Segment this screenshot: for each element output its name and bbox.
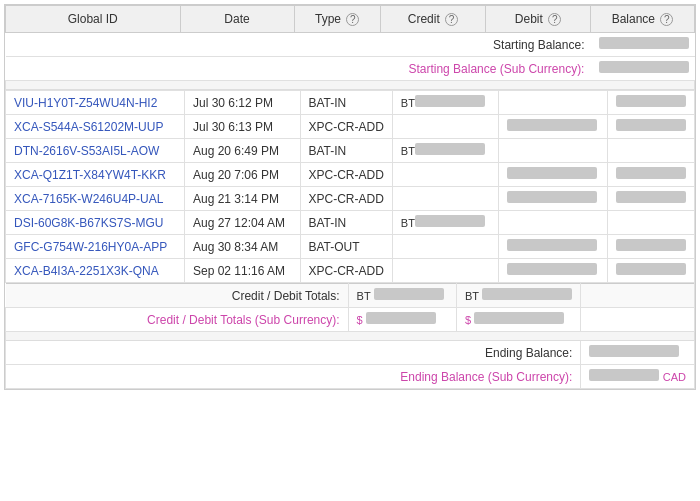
- debit-bar: [507, 263, 597, 275]
- cell-credit: [392, 115, 498, 139]
- balance-bar: [616, 167, 686, 179]
- ending-balance-value: [581, 341, 695, 365]
- globalid-link[interactable]: GFC-G754W-216HY0A-APP: [14, 240, 167, 254]
- cell-type: BAT-IN: [300, 139, 392, 163]
- header-row: Global ID Date Type ? Credit ? Debit ?: [6, 6, 695, 33]
- cell-date: Aug 20 6:49 PM: [184, 139, 300, 163]
- header-type: Type ?: [294, 6, 380, 33]
- starting-balance-label: Starting Balance:: [6, 33, 591, 57]
- cell-globalid[interactable]: VIU-H1Y0T-Z54WU4N-HI2: [6, 91, 185, 115]
- header-globalid: Global ID: [6, 6, 181, 33]
- data-rows-table: VIU-H1Y0T-Z54WU4N-HI2Jul 30 6:12 PMBAT-I…: [5, 90, 695, 283]
- cell-date: Aug 20 7:06 PM: [184, 163, 300, 187]
- starting-balance-sub-bar: [599, 61, 689, 73]
- main-table-container: Global ID Date Type ? Credit ? Debit ?: [4, 4, 696, 390]
- header-debit: Debit ?: [486, 6, 591, 33]
- cell-credit: [392, 235, 498, 259]
- cell-credit: [392, 259, 498, 283]
- cell-type: BAT-IN: [300, 211, 392, 235]
- cell-date: Sep 02 11:16 AM: [184, 259, 300, 283]
- globalid-link[interactable]: XCA-S544A-S61202M-UUP: [14, 120, 163, 134]
- globalid-link[interactable]: XCA-7165K-W246U4P-UAL: [14, 192, 163, 206]
- credit-debit-totals-sub-label: Credit / Debit Totals (Sub Currency):: [6, 308, 349, 332]
- credit-bar: [415, 143, 485, 155]
- cell-balance: [607, 163, 694, 187]
- globalid-link[interactable]: DSI-60G8K-B67KS7S-MGU: [14, 216, 163, 230]
- cell-globalid[interactable]: XCA-Q1Z1T-X84YW4T-KKR: [6, 163, 185, 187]
- debit-bar: [507, 239, 597, 251]
- globalid-link[interactable]: DTN-2616V-S53AI5L-AOW: [14, 144, 159, 158]
- cell-credit: BT: [392, 211, 498, 235]
- table-row: VIU-H1Y0T-Z54WU4N-HI2Jul 30 6:12 PMBAT-I…: [6, 91, 695, 115]
- cell-debit: [499, 187, 608, 211]
- ending-balance-sub-row: Ending Balance (Sub Currency): CAD: [6, 365, 695, 389]
- cell-globalid[interactable]: GFC-G754W-216HY0A-APP: [6, 235, 185, 259]
- globalid-link[interactable]: XCA-B4I3A-2251X3K-QNA: [14, 264, 159, 278]
- bt-prefix: BT: [401, 97, 415, 109]
- starting-balance-sub-value: [590, 57, 694, 81]
- totals-debit-bar: [482, 288, 572, 300]
- cell-globalid[interactable]: XCA-B4I3A-2251X3K-QNA: [6, 259, 185, 283]
- table-row: DSI-60G8K-B67KS7S-MGUAug 27 12:04 AMBAT-…: [6, 211, 695, 235]
- totals-credit-bar: [374, 288, 444, 300]
- credit-debit-totals-sub-balance: [581, 308, 695, 332]
- cell-debit: [499, 115, 608, 139]
- cell-globalid[interactable]: XCA-7165K-W246U4P-UAL: [6, 187, 185, 211]
- cell-globalid[interactable]: XCA-S544A-S61202M-UUP: [6, 115, 185, 139]
- cell-date: Aug 27 12:04 AM: [184, 211, 300, 235]
- cad-suffix: CAD: [663, 371, 686, 383]
- type-help-icon[interactable]: ?: [346, 13, 359, 26]
- debit-bar: [507, 191, 597, 203]
- ending-balance-label: Ending Balance:: [6, 341, 581, 365]
- table-row: XCA-B4I3A-2251X3K-QNASep 02 11:16 AMXPC-…: [6, 259, 695, 283]
- balance-bar: [616, 239, 686, 251]
- starting-balance-sub-row: Starting Balance (Sub Currency):: [6, 57, 695, 81]
- balance-help-icon[interactable]: ?: [660, 13, 673, 26]
- balance-bar: [616, 119, 686, 131]
- table-row: GFC-G754W-216HY0A-APPAug 30 8:34 AMBAT-O…: [6, 235, 695, 259]
- cell-globalid[interactable]: DTN-2616V-S53AI5L-AOW: [6, 139, 185, 163]
- cell-balance: [607, 187, 694, 211]
- cell-type: BAT-OUT: [300, 235, 392, 259]
- cell-balance: [607, 211, 694, 235]
- cell-credit: [392, 187, 498, 211]
- balance-bar: [616, 263, 686, 275]
- cell-balance: [607, 115, 694, 139]
- credit-bar: [415, 215, 485, 227]
- debit-bar: [507, 119, 597, 131]
- credit-help-icon[interactable]: ?: [445, 13, 458, 26]
- cell-type: BAT-IN: [300, 91, 392, 115]
- starting-balance-sub-label: Starting Balance (Sub Currency):: [6, 57, 591, 81]
- cell-balance: [607, 139, 694, 163]
- cell-balance: [607, 91, 694, 115]
- cell-type: XPC-CR-ADD: [300, 115, 392, 139]
- cell-debit: [499, 259, 608, 283]
- credit-debit-totals-balance: [581, 284, 695, 308]
- header-balance: Balance ?: [590, 6, 694, 33]
- ending-balance-sub-bar: [589, 369, 659, 381]
- cell-debit: [499, 235, 608, 259]
- bt-prefix: BT: [401, 217, 415, 229]
- separator-row-1: [6, 81, 695, 90]
- cell-debit: [499, 211, 608, 235]
- cell-date: Aug 30 8:34 AM: [184, 235, 300, 259]
- globalid-link[interactable]: XCA-Q1Z1T-X84YW4T-KKR: [14, 168, 166, 182]
- cell-balance: [607, 235, 694, 259]
- globalid-link[interactable]: VIU-H1Y0T-Z54WU4N-HI2: [14, 96, 157, 110]
- cell-date: Jul 30 6:13 PM: [184, 115, 300, 139]
- cell-type: XPC-CR-ADD: [300, 187, 392, 211]
- ending-balance-sub-label: Ending Balance (Sub Currency):: [6, 365, 581, 389]
- table-row: DTN-2616V-S53AI5L-AOWAug 20 6:49 PMBAT-I…: [6, 139, 695, 163]
- cell-globalid[interactable]: DSI-60G8K-B67KS7S-MGU: [6, 211, 185, 235]
- dollar-prefix-credit: $: [357, 314, 363, 326]
- cell-type: XPC-CR-ADD: [300, 259, 392, 283]
- cell-credit: [392, 163, 498, 187]
- credit-debit-totals-sub-credit: $: [348, 308, 456, 332]
- ending-balance-sub-value: CAD: [581, 365, 695, 389]
- credit-debit-totals-sub-row: Credit / Debit Totals (Sub Currency): $ …: [6, 308, 695, 332]
- cell-balance: [607, 259, 694, 283]
- debit-help-icon[interactable]: ?: [548, 13, 561, 26]
- header-date: Date: [180, 6, 294, 33]
- totals-sub-credit-bar: [366, 312, 436, 324]
- credit-debit-totals-debit: BT: [456, 284, 580, 308]
